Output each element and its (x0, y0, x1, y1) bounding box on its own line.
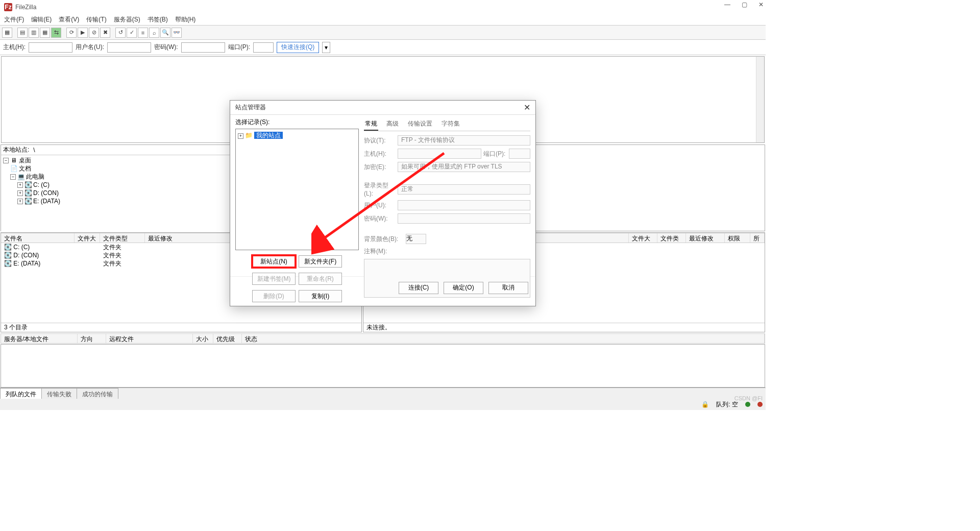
maximize-button[interactable]: ▢ (742, 1, 747, 8)
comment-label: 注释(M): (364, 247, 396, 256)
tab-advanced[interactable]: 高级 (385, 118, 400, 131)
menu-transfer[interactable]: 传输(T) (86, 15, 106, 24)
ok-button[interactable]: 确定(O) (444, 282, 483, 294)
tree-e[interactable]: E: (DATA) (33, 198, 60, 205)
qcol-server[interactable]: 服务器/本地文件 (1, 334, 78, 343)
app-logo-icon: Fz (4, 3, 12, 11)
toggle-log-icon[interactable]: ▤ (17, 28, 28, 38)
encryption-label: 加密(E): (364, 163, 396, 172)
tree-d[interactable]: D: (CON) (33, 189, 59, 197)
bgcolor-select[interactable]: 无 (406, 234, 426, 244)
quickconnect-bar: 主机(H): 用户名(U): 密码(W): 端口(P): 快速连接(Q) ▾ (0, 40, 766, 55)
reconnect-icon[interactable]: ↺ (115, 28, 126, 38)
copy-button[interactable]: 复制(I) (299, 290, 342, 302)
tree-desktop[interactable]: 桌面 (19, 156, 31, 165)
tab-transfer-settings[interactable]: 传输设置 (407, 118, 433, 131)
toggle-queue-icon[interactable]: ⇆ (51, 28, 61, 38)
tab-queued[interactable]: 列队的文件 (0, 388, 42, 399)
sync-browse-icon[interactable]: ⌕ (149, 28, 159, 38)
process-queue-icon[interactable]: ▶ (78, 28, 88, 38)
statusbar: 🔒 队列: 空 (0, 399, 766, 410)
tab-general[interactable]: 常规 (364, 118, 378, 131)
host-input[interactable] (29, 42, 72, 53)
tree-mysites[interactable]: 我的站点 (254, 132, 283, 139)
local-site-label: 本地站点: (1, 146, 31, 154)
app-title: FileZilla (15, 4, 36, 11)
sites-tree[interactable]: +📁 我的站点 (235, 129, 359, 250)
dialog-user-input[interactable] (398, 200, 530, 210)
passfield-label: 密码(W): (364, 214, 396, 223)
menu-help[interactable]: 帮助(H) (175, 15, 196, 24)
dialog-close-icon[interactable]: ✕ (524, 103, 530, 112)
menu-file[interactable]: 文件(F) (4, 15, 24, 24)
quickconnect-dropdown[interactable]: ▾ (322, 42, 330, 53)
protocol-label: 协议(T): (364, 136, 396, 145)
bgcolor-label: 背景颜色(B): (364, 235, 404, 244)
new-folder-button[interactable]: 新文件夹(F) (299, 255, 342, 268)
status-dot-green (745, 402, 750, 407)
tab-failed[interactable]: 传输失败 (41, 388, 77, 399)
queue-header: 服务器/本地文件 方向 远程文件 大小 优先级 状态 (1, 333, 765, 344)
port-input[interactable] (253, 42, 274, 53)
new-site-button[interactable]: 新站点(N) (252, 255, 296, 268)
tab-charset[interactable]: 字符集 (440, 118, 461, 131)
site-manager-dialog: 站点管理器 ✕ 选择记录(S): +📁 我的站点 新站点(N) 新文件夹(F) … (230, 100, 536, 306)
close-button[interactable]: ✕ (758, 1, 764, 8)
rcol-owner[interactable]: 所有者/组 (750, 233, 765, 243)
tab-success[interactable]: 成功的传输 (77, 388, 118, 399)
refresh-icon[interactable]: ⟳ (66, 28, 77, 38)
toggle-remote-tree-icon[interactable]: ▦ (40, 28, 50, 38)
find-icon[interactable]: 👓 (172, 28, 182, 38)
col-size[interactable]: 文件大小 (75, 233, 100, 243)
cancel-icon[interactable]: ⊘ (89, 28, 99, 38)
user-input[interactable] (107, 42, 151, 53)
search-icon[interactable]: 🔍 (160, 28, 170, 38)
dialog-port-input[interactable] (509, 149, 530, 159)
col-name[interactable]: 文件名 (1, 233, 75, 243)
select-entry-label: 选择记录(S): (235, 118, 359, 127)
menubar: 文件(F) 编辑(E) 查看(V) 传输(T) 服务器(S) 书签(B) 帮助(… (0, 14, 766, 26)
menu-edit[interactable]: 编辑(E) (31, 15, 52, 24)
lock-icon: 🔒 (701, 401, 709, 408)
user-label: 用户名(U): (76, 43, 104, 52)
tree-pc[interactable]: 此电脑 (26, 173, 44, 181)
site-manager-icon[interactable]: ▦ (2, 28, 12, 38)
menu-view[interactable]: 查看(V) (59, 15, 79, 24)
dialog-host-input[interactable] (398, 149, 481, 159)
tree-c[interactable]: C: (C) (33, 181, 50, 188)
toggle-local-tree-icon[interactable]: ▥ (29, 28, 39, 38)
rcol-type[interactable]: 文件类型 (657, 233, 686, 243)
minimize-button[interactable]: — (724, 1, 730, 8)
rcol-perm[interactable]: 权限 (725, 233, 750, 243)
dialog-title: 站点管理器 (235, 103, 266, 112)
log-scrollbar[interactable] (756, 57, 764, 142)
encryption-select[interactable]: 如果可用，使用显式的 FTP over TLS (398, 162, 530, 172)
qcol-prio[interactable]: 优先级 (213, 334, 242, 343)
tree-docs[interactable]: 文档 (19, 164, 31, 173)
dialog-pass-input[interactable] (398, 213, 530, 224)
cancel-button[interactable]: 取消 (488, 282, 528, 294)
protocol-select[interactable]: FTP - 文件传输协议 (398, 135, 530, 146)
qcol-dir[interactable]: 方向 (78, 334, 106, 343)
qcol-remote[interactable]: 远程文件 (106, 334, 193, 343)
qcol-state[interactable]: 状态 (242, 334, 765, 343)
disconnect-icon[interactable]: ✖ (100, 28, 110, 38)
logontype-select[interactable]: 正常 (398, 184, 530, 195)
menu-bookmarks[interactable]: 书签(B) (148, 15, 168, 24)
host-field-label: 主机(H): (364, 150, 396, 158)
toolbar: ▦ ▤ ▥ ▦ ⇆ ⟳ ▶ ⊘ ✖ ↺ ✓ ≡ ⌕ 🔍 👓 (0, 26, 766, 40)
col-type[interactable]: 文件类型 (100, 233, 145, 243)
qcol-size[interactable]: 大小 (193, 334, 213, 343)
rcol-size[interactable]: 文件大小 (629, 233, 657, 243)
pass-input[interactable] (181, 42, 225, 53)
queue-body[interactable] (1, 344, 765, 388)
queue-tabs: 列队的文件 传输失败 成功的传输 (0, 388, 766, 399)
userfield-label: 用户(U): (364, 201, 396, 210)
remote-status: 未连接。 (363, 323, 765, 332)
compare-icon[interactable]: ≡ (138, 28, 148, 38)
filter-icon[interactable]: ✓ (127, 28, 137, 38)
quickconnect-button[interactable]: 快速连接(Q) (277, 42, 319, 53)
connect-button[interactable]: 连接(C) (399, 282, 438, 294)
menu-server[interactable]: 服务器(S) (114, 15, 140, 24)
rcol-mtime[interactable]: 最近修改 (686, 233, 725, 243)
